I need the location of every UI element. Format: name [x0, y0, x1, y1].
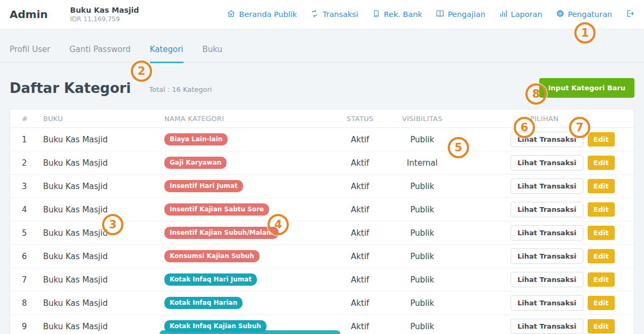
table-row: 2 Buku Kas Masjid Gaji Karyawan Aktif In… [10, 151, 634, 175]
partial-next-row-badge [160, 330, 340, 334]
lihat-transaksi-button[interactable]: Lihat Transaksi [511, 225, 583, 241]
row-number: 3 [10, 175, 39, 198]
nav-pengajian[interactable]: Pengajian [436, 9, 486, 20]
nav-label: Laporan [511, 10, 542, 19]
row-status: Aktif [336, 198, 384, 221]
edit-button[interactable]: Edit [588, 226, 615, 240]
transactions-icon [310, 9, 319, 20]
row-book-name: Buku Kas Masjid [39, 315, 160, 334]
table-row: 3 Buku Kas Masjid Insentif Hari Jumat Ak… [10, 175, 634, 198]
row-book-name: Buku Kas Masjid [39, 151, 160, 175]
lihat-transaksi-button[interactable]: Lihat Transaksi [511, 319, 583, 334]
header-number: # [10, 109, 39, 128]
row-book-name: Buku Kas Masjid [39, 175, 160, 198]
row-status: Aktif [336, 315, 384, 334]
logout-icon [625, 9, 634, 20]
category-badge: Insentif Kajian Subuh/Malam [164, 227, 279, 239]
tab-kategori[interactable]: Kategori [150, 45, 183, 63]
table-row: 7 Buku Kas Masjid Kotak Infaq Hari Jumat… [10, 268, 634, 292]
table-row: 6 Buku Kas Masjid Konsumsi Kajian Subuh … [10, 245, 634, 268]
edit-button[interactable]: Edit [588, 249, 615, 263]
nav-label: Pengajian [448, 10, 486, 19]
nav-logout[interactable] [625, 9, 634, 20]
annotation-circle-7: 7 [569, 117, 590, 138]
nav-pengaturan[interactable]: Pengaturan [556, 9, 612, 20]
header-pilihan: PILIHAN [460, 109, 634, 128]
lihat-transaksi-button[interactable]: Lihat Transaksi [511, 272, 583, 287]
row-status: Aktif [336, 151, 384, 175]
row-number: 6 [10, 245, 39, 268]
row-status: Aktif [336, 175, 384, 198]
row-visibility: Publik [384, 198, 460, 221]
admin-label: Admin [10, 8, 48, 21]
row-book-name: Buku Kas Masjid [39, 198, 160, 221]
lihat-transaksi-button[interactable]: Lihat Transaksi [511, 202, 583, 217]
bar-chart-icon [499, 9, 508, 20]
category-badge: Kotak Infaq Harian [164, 297, 242, 309]
page-title: Daftar Kategori [10, 80, 131, 96]
input-kategori-baru-button[interactable]: Input Kategori Baru [539, 78, 634, 98]
tab-profil-user[interactable]: Profil User [10, 45, 50, 62]
row-visibility: Publik [384, 268, 460, 292]
row-status: Aktif [336, 128, 384, 151]
row-book-name: Buku Kas Masjid [39, 128, 160, 151]
row-visibility: Internal [384, 151, 460, 175]
row-status: Aktif [336, 245, 384, 268]
home-icon [227, 9, 236, 20]
edit-button[interactable]: Edit [588, 156, 615, 170]
row-visibility: Publik [384, 315, 460, 334]
row-status: Aktif [336, 292, 384, 315]
book-brand: Buku Kas Masjid IDR 11,169,759 [70, 6, 139, 23]
lihat-transaksi-button[interactable]: Lihat Transaksi [511, 249, 583, 264]
top-navbar: Admin Buku Kas Masjid IDR 11,169,759 Ber… [0, 0, 644, 29]
nav-beranda-publik[interactable]: Beranda Publik [227, 9, 297, 20]
annotation-circle-2: 2 [131, 61, 152, 82]
nav-transaksi[interactable]: Transaksi [310, 9, 358, 20]
row-visibility: Publik [384, 245, 460, 268]
table-row: 8 Buku Kas Masjid Kotak Infaq Harian Akt… [10, 292, 634, 315]
edit-button[interactable]: Edit [588, 179, 615, 193]
annotation-circle-5: 5 [448, 137, 469, 158]
row-status: Aktif [336, 221, 384, 245]
edit-button[interactable]: Edit [588, 202, 615, 217]
nav-label: Transaksi [322, 10, 358, 19]
row-book-name: Buku Kas Masjid [39, 268, 160, 292]
edit-button[interactable]: Edit [588, 272, 615, 287]
row-number: 1 [10, 128, 39, 151]
category-badge: Kotak Infaq Hari Jumat [164, 273, 257, 286]
category-badge: Konsumsi Kajian Subuh [164, 250, 260, 262]
row-book-name: Buku Kas Masjid [39, 292, 160, 315]
lihat-transaksi-button[interactable]: Lihat Transaksi [511, 178, 583, 194]
tab-ganti-password[interactable]: Ganti Password [69, 45, 130, 62]
category-total: Total : 16 Kategori [149, 82, 212, 93]
annotation-circle-1: 1 [574, 22, 596, 44]
table-row: 4 Buku Kas Masjid Insentif Kajian Sabtu … [10, 198, 634, 221]
row-number: 7 [10, 268, 39, 292]
row-number: 4 [10, 198, 39, 221]
tab-buku[interactable]: Buku [203, 45, 223, 62]
edit-button[interactable]: Edit [588, 132, 615, 147]
edit-button[interactable]: Edit [588, 296, 615, 310]
category-badge: Gaji Karyawan [164, 157, 227, 169]
annotation-circle-4: 4 [267, 214, 289, 235]
open-book-icon [436, 9, 445, 20]
lihat-transaksi-button[interactable]: Lihat Transaksi [511, 295, 583, 311]
nav-label: Beranda Publik [239, 10, 297, 19]
lihat-transaksi-button[interactable]: Lihat Transaksi [511, 155, 583, 170]
category-badge: Insentif Kajian Sabtu Sore [164, 203, 269, 216]
nav-rek-bank[interactable]: Rek. Bank [372, 9, 422, 20]
header-status: STATUS [336, 109, 384, 128]
annotation-circle-8: 8 [525, 83, 547, 105]
nav-laporan[interactable]: Laporan [499, 9, 542, 20]
category-badge: Biaya Lain-lain [164, 133, 228, 145]
nav-label: Rek. Bank [384, 10, 422, 19]
table-header-row: # BUKU NAMA KATEGORI STATUS VISIBILITAS … [10, 109, 634, 128]
row-visibility: Publik [384, 175, 460, 198]
table-row: 1 Buku Kas Masjid Biaya Lain-lain Aktif … [10, 128, 634, 151]
edit-button[interactable]: Edit [588, 319, 615, 333]
row-visibility: Publik [384, 292, 460, 315]
bank-account-icon [372, 9, 381, 20]
annotation-circle-3: 3 [102, 214, 123, 235]
row-number: 8 [10, 292, 39, 315]
row-number: 9 [10, 315, 39, 334]
